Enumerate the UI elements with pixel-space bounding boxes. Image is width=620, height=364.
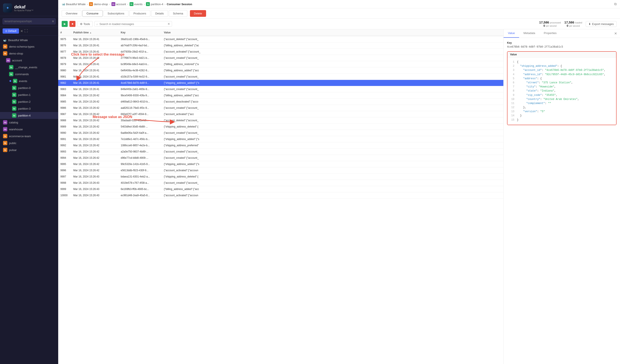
table-row[interactable]: 9999 Mar 16, 2024 15:26:43 6e169fb3-ff0b… [58,186,503,192]
cell-value: {"shipping_address_preferred" [162,142,503,148]
sidebar-search-input[interactable] [3,18,56,24]
table-row[interactable]: 9991 Mar 16, 2024 15:26:42 7e1dd6e1-4d7c… [58,136,503,142]
breadcrumb-demo-shop[interactable]: te demo-shop [89,2,108,6]
tab-overview[interactable]: Overview [62,10,81,17]
line-content: } [517,118,518,122]
sidebar-item-partition-4[interactable]: to partition-4 [0,112,58,119]
sidebar-item-label: partition-1 [18,93,55,97]
cell-time: Mar 16, 2024 15:26:43 [71,186,119,192]
tools-button[interactable]: ⚙ Tools [77,21,93,27]
table-row[interactable]: 9980 Mar 16, 2024 15:26:41 0ef6408a-4e38… [58,67,503,74]
table-row[interactable]: 9985 Mar 16, 2024 15:26:42 d469a613-9843… [58,99,503,105]
line-number: 6 [510,81,514,85]
sidebar-item-partition-1[interactable]: to partition-1 [0,91,58,98]
sidebar-search-clear[interactable]: ✕ [52,20,54,23]
breadcrumb-partition4[interactable]: to partition-4 [146,2,163,6]
sidebar-item-commands[interactable]: to commands [0,71,58,77]
table-row[interactable]: 9998 Mar 16, 2024 15:26:43 4019e578-c767… [58,180,503,186]
sidebar-item-beautiful-whale[interactable]: 🐋 Beautiful Whale [0,37,58,43]
detail-tab-metadata[interactable]: Metadata [519,29,539,38]
content-wrapper: Click here to select the message Message… [58,29,620,364]
table-row[interactable]: 9976 Mar 16, 2024 15:26:41 ab74a97f-20fd… [58,43,503,49]
table-row[interactable]: 9982 Mar 16, 2024 15:26:41 4ce678b6-8d78… [58,80,503,86]
sidebar-item-events[interactable]: to events [0,77,58,85]
table-row[interactable]: 9987 Mar 16, 2024 15:26:42 660e67f7-a3f7… [58,111,503,117]
breadcrumb-label: events [134,3,142,6]
search-clear[interactable]: ✕ [168,22,170,26]
tab-schema[interactable]: Schema [169,10,187,17]
detail-close-button[interactable]: ✕ [611,29,620,38]
table-row[interactable]: 9984 Mar 16, 2024 15:26:42 9bce5406-9330… [58,92,503,99]
breadcrumb-sep: › [127,3,128,6]
table-row[interactable]: 9992 Mar 16, 2024 15:26:42 1086cce6-9857… [58,142,503,149]
sidebar-item-account[interactable]: ns account [0,57,58,64]
cell-time: Mar 16, 2024 15:26:42 [71,161,119,167]
table-row[interactable]: 9977 Mar 16, 2024 15:26:41 dcf7935b-28d2… [58,49,503,55]
table-row[interactable]: 9979 Mar 16, 2024 15:26:41 bc9f049e-b8e3… [58,61,503,67]
cell-num: 9988 [58,117,71,123]
line-number: 2 [510,64,514,68]
table-row[interactable]: 10000 Mar 16, 2024 15:26:43 ec991d48-2ea… [58,192,503,199]
sidebar-item-partition-0[interactable]: to partition-0 [0,85,58,91]
cell-value: {"billing_address_added":{"acc [162,67,503,73]
tab-producers[interactable]: Producers [129,10,150,17]
tab-subscriptions[interactable]: Subscriptions [104,10,128,17]
search-input[interactable] [99,22,166,26]
sidebar-item-pulsar[interactable]: te pulsar [0,146,58,153]
expand-icon[interactable]: ⛶ [24,29,28,33]
breadcrumb-sep: › [144,3,145,6]
stats-area: 17,586 processed 0 per second 17,586 loa… [539,20,617,27]
tools-label: Tools [83,22,90,26]
cell-key: 99c5320e-141b-41b5-9... [119,161,162,167]
sidebar-item-change-events[interactable]: to __change_events [0,64,58,71]
sidebar-item-demo-schema-types[interactable]: te demo-schema-types [0,43,58,50]
table-row[interactable]: 9997 Mar 16, 2024 15:26:43 bdaea131-6301… [58,174,503,180]
detail-tab-properties[interactable]: Properties [540,29,561,38]
sidebar-item-partition-2[interactable]: to partition-2 [0,98,58,105]
sidebar-item-partition-3[interactable]: to partition-3 [0,105,58,112]
cell-time: Mar 16, 2024 15:26:42 [71,167,119,173]
default-button[interactable]: ⊙ Default [3,29,19,34]
table-row[interactable]: 9986 Mar 16, 2024 15:26:42 aa826116-79a5… [58,105,503,111]
table-row[interactable]: 9981 Mar 16, 2024 15:26:41 d10b157a-536f… [58,74,503,80]
close-icon[interactable]: ✕ [20,29,23,33]
badge-te: te [3,148,7,152]
cell-value: {"shipping_address_deleted":{ [162,174,503,180]
table-row[interactable]: 9978 Mar 16, 2024 15:26:41 277f9874-96e3… [58,55,503,61]
sidebar-item-demo-shop[interactable]: te demo-shop [0,50,58,57]
sidebar-item-ecommerce-team[interactable]: te ecommerce-team [0,133,58,140]
sidebar-item-warehouse[interactable]: ns warehouse [0,126,58,133]
maximize-button[interactable]: ⧉ [614,2,617,6]
table-row[interactable]: 9989 Mar 16, 2024 15:26:42 5403dfed-30d5… [58,124,503,130]
table-row[interactable]: 9995 Mar 16, 2024 15:26:42 99c5320e-141b… [58,161,503,167]
table-row[interactable]: 9975 Mar 16, 2024 15:26:41 38a91cd2-196b… [58,36,503,43]
table-row[interactable]: 9996 Mar 16, 2024 15:26:42 e5613ddb-f923… [58,167,503,174]
table-row[interactable]: 9990 Mar 16, 2024 15:26:42 6ad8e06a-5d2f… [58,130,503,136]
sidebar-item-label: Beautiful Whale [8,39,55,42]
delete-button[interactable]: Delete [190,10,206,17]
tab-details[interactable]: Details [151,10,168,17]
table-row[interactable]: 9994 Mar 16, 2024 15:26:42 d96e77cd-b8d8… [58,155,503,161]
line-number: 5 [510,77,514,81]
cell-time: Mar 16, 2024 15:26:42 [71,117,119,123]
breadcrumb-beautiful-whale[interactable]: 🐋 Beautiful Whale [62,3,86,6]
breadcrumb-events[interactable]: to events [130,2,142,6]
sidebar-item-label: public [9,142,55,145]
line-number: 3 [510,68,514,72]
code-line: 12 }, [510,105,614,110]
tab-consume[interactable]: Consume [82,10,103,17]
table-row[interactable]: 9983 Mar 16, 2024 15:26:41 849ef45b-2a61… [58,86,503,92]
table-row[interactable]: 9988 Mar 16, 2024 15:26:42 30adaa8-010f-… [58,117,503,124]
export-button[interactable]: ⬇ Export messages [586,21,617,27]
table-row[interactable]: 9993 Mar 16, 2024 15:26:42 a2a0e750-9837… [58,149,503,155]
sidebar-item-public[interactable]: te public [0,140,58,146]
cell-time: Mar 16, 2024 15:26:41 [71,43,119,48]
sidebar-item-catalog[interactable]: ns catalog [0,119,58,126]
cell-value: {"account_created":{"account_ [162,105,503,111]
detail-tab-value[interactable]: Value [504,29,519,38]
breadcrumb-account[interactable]: ns account [111,2,126,6]
cell-value: {"account_deactivated":{"acco [162,99,503,105]
stop-button[interactable]: ■ [69,21,76,27]
cell-num: 9977 [58,49,71,55]
play-button[interactable]: ▶ [62,21,68,27]
